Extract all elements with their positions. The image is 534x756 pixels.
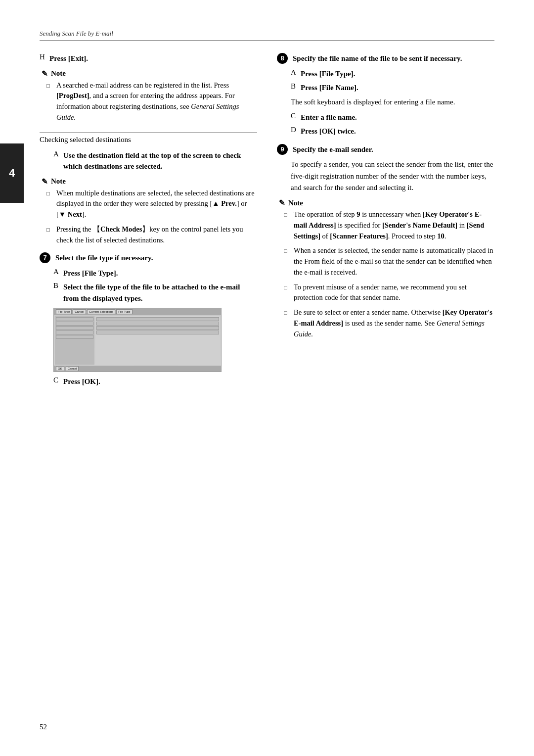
step-8c-text: Enter a file name. [301,112,357,123]
ss-ok-btn: OK [56,366,64,371]
note-9-box: ✎ Note □ The operation of step 9 is unne… [277,198,494,339]
step-7-block: 7 Select the file type if necessary. A P… [40,252,257,387]
ss-row-r1 [96,317,219,321]
note-check-bullet-2: □ [46,224,53,246]
note-h-items: □ A searched e-mail address can be regis… [46,80,257,123]
step-7-header: 7 Select the file type if necessary. [40,252,257,264]
step-8d-item: D Press [OK] twice. [291,126,494,137]
step-8c-label: C [291,112,298,123]
note-9-bullet-4: □ [284,307,291,339]
step-7b-label: B [53,282,60,304]
step-8d-text: Press [OK] twice. [301,126,356,137]
note-check-title: ✎ Note [42,177,257,186]
note-9-item-4-text: Be sure to select or enter a sender name… [294,307,494,339]
step-8-number: 8 [277,53,288,64]
note-9-bullet-1: □ [284,209,291,241]
note-9-label: Note [288,199,303,207]
note-9-bullet-2: □ [284,245,291,278]
step-7c-label: C [53,376,60,387]
note-icon: ✎ [42,69,48,78]
note-check-box: ✎ Note □ When multiple destinations are … [40,177,257,246]
step-9-number: 9 [277,144,288,155]
step-8a-text: Press [File Type]. [301,68,355,80]
step-7-text: Select the file type if necessary. [55,252,153,264]
page-container: Sending Scan File by E-mail 4 H Press [E… [0,0,534,756]
ss-cancel-btn: Cancel [66,366,79,371]
ss-row-3 [56,326,93,330]
screenshot-box: File Type Cancel Current Selections File… [53,308,222,372]
page-number: 52 [40,723,47,731]
note-check-icon: ✎ [42,177,48,186]
ss-toolbar: File Type Cancel Current Selections File… [54,308,221,315]
step-h-bold: Press [Exit]. [49,54,88,62]
note-check-items: □ When multiple destinations are selecte… [46,188,257,246]
note-9-items: □ The operation of step 9 is unnecessary… [284,209,494,339]
ss-btn-1: File Type [56,309,72,314]
step-9-text: Specify the e-mail sender. [293,144,373,155]
ss-row-1 [56,317,93,321]
step-7b-item: B Select the file type of the file to be… [53,282,257,304]
step-a-check-block: A Use the destination field at the top o… [40,150,257,246]
step-7a-item: A Press [File Type]. [53,268,257,279]
header-title: Sending Scan File by E-mail [40,30,113,38]
ss-row-4 [56,331,93,334]
step-7c-text: Press [OK]. [63,376,100,387]
note-9-icon: ✎ [279,198,285,207]
note-check-item-2: □ Pressing the 【Check Modes】key on the c… [46,224,257,246]
step-8b-label: B [291,82,298,94]
step-9-para: To specify a sender, you can select the … [291,159,494,193]
step-8b-para: The soft keyboard is displayed for enter… [291,96,494,108]
screenshot-inner: File Type Cancel Current Selections File… [54,308,221,372]
step-8a-label: A [291,68,298,80]
left-column: H Press [Exit]. ✎ Note □ A searched e-ma… [40,53,257,394]
note-9-item-3-text: To prevent misuse of a sender name, we r… [294,282,494,304]
note-9-item-1-text: The operation of step 9 is unnecessary w… [294,209,494,241]
step-7a-label: A [53,268,60,279]
step-a-label: A [53,150,60,172]
note-check-label: Note [51,177,66,186]
step-8b-text: Press [File Name]. [301,82,358,94]
ss-row-r4 [96,331,219,334]
page-header: Sending Scan File by E-mail [40,30,494,41]
ss-row-5 [56,335,93,339]
note-9-item-2-text: When a sender is selected, the sender na… [294,245,494,278]
step-8-header: 8 Specify the file name of the file to b… [277,53,494,64]
note-check-item-1: □ When multiple destinations are selecte… [46,188,257,220]
note-9-title: ✎ Note [279,198,494,207]
ss-btn-2: Cancel [73,309,86,314]
note-9-item-1: □ The operation of step 9 is unnecessary… [284,209,494,241]
tab-number: 4 [9,167,15,180]
step-8-text: Specify the file name of the file to be … [293,53,462,64]
step-8b-item: B Press [File Name]. [291,82,494,94]
note-bullet: □ [46,80,53,123]
right-column: 8 Specify the file name of the file to b… [277,53,494,394]
ss-row-r2 [96,322,219,326]
note-check-item-2-text: Pressing the 【Check Modes】key on the con… [56,224,257,246]
ss-body [54,315,221,366]
step-h-text: Press [Exit]. [49,53,88,64]
note-check-item-1-text: When multiple destinations are selected,… [56,188,257,220]
note-h-title: ✎ Note [42,69,257,78]
section-divider: Checking selected destinations [40,132,257,144]
step-a-check-item: A Use the destination field at the top o… [53,150,257,172]
step-a-text: Use the destination field at the top of … [63,150,257,172]
note-9-item-3: □ To prevent misuse of a sender name, we… [284,282,494,304]
step-8a-item: A Press [File Type]. [291,68,494,80]
step-h-header: H Press [Exit]. [40,53,257,64]
step-h-block: H Press [Exit]. ✎ Note □ A searched e-ma… [40,53,257,123]
step-8c-item: C Enter a file name. [291,112,494,123]
ss-btn-4: File Type [116,309,132,314]
note-9-item-2: □ When a sender is selected, the sender … [284,245,494,278]
step-8-block: 8 Specify the file name of the file to b… [277,53,494,137]
step-7a-text: Press [File Type]. [63,268,118,279]
ss-right-panel [95,316,220,365]
step-9-block: 9 Specify the e-mail sender. To specify … [277,144,494,340]
note-h-box: ✎ Note □ A searched e-mail address can b… [40,69,257,123]
note-h-item-1: □ A searched e-mail address can be regis… [46,80,257,123]
step-h-label: H [40,53,46,61]
step-8d-label: D [291,126,298,137]
note-9-item-4: □ Be sure to select or enter a sender na… [284,307,494,339]
step-7c-item: C Press [OK]. [53,376,257,387]
note-check-bullet-1: □ [46,188,53,220]
ss-row-r3 [96,326,219,330]
